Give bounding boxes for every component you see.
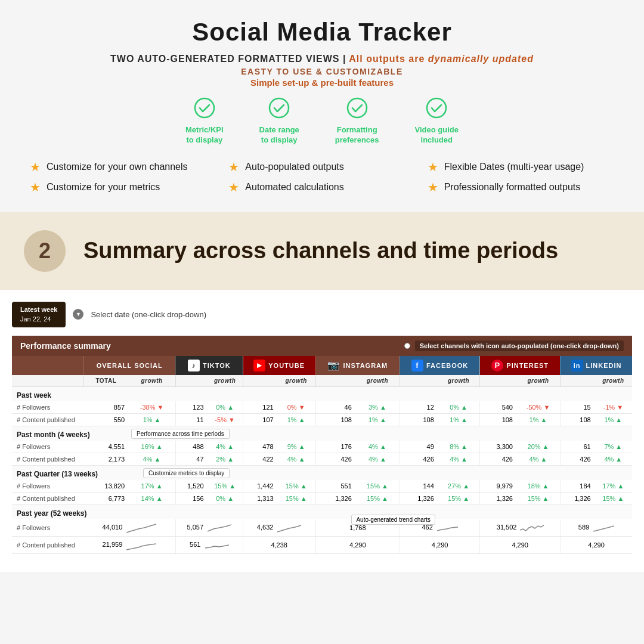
sparkline-tiktok-c — [205, 539, 229, 551]
star-icon-1: ★ — [30, 160, 41, 174]
q-li-growth: 17% ▲ — [595, 480, 632, 493]
check-item-formatting: Formattingpreferences — [335, 97, 379, 145]
channel-select-label: Select channels with icon auto-populated… — [415, 340, 624, 351]
th-sub-li-growth: growth — [595, 375, 632, 387]
star-icon-6: ★ — [428, 180, 438, 194]
sparkline-overall-f — [126, 522, 156, 534]
y-pin-c: 4,290 — [480, 536, 561, 553]
q-pin-growth: 18% ▲ — [516, 480, 561, 493]
feature-label-2: Auto-populated outputs — [245, 162, 343, 172]
tiktok-total-c: 11 — [175, 413, 207, 426]
y-yt-c: 4,238 — [243, 536, 315, 553]
metric-label-mc: # Content published — [12, 453, 83, 465]
th-sub-ig-growth: growth — [355, 375, 400, 387]
section-label-year: Past year (52 weeks) — [12, 504, 632, 519]
th-sub-yt-growth: growth — [277, 375, 315, 387]
pin-growth: -50% ▼ — [516, 401, 561, 414]
th-sub-pin-growth: growth — [516, 375, 561, 387]
m-li-growth-c: 4% ▲ — [595, 453, 632, 465]
m-yt-growth: 9% ▲ — [277, 441, 315, 453]
check-label-video: Video guideincluded — [415, 125, 459, 145]
tiktok-growth-c: -5% ▼ — [208, 413, 243, 426]
row-year-content: # Content published 21,959 561 4,238 4,2… — [12, 536, 632, 553]
check-item-video: Video guideincluded — [415, 97, 459, 145]
annotation-trend-charts: Auto-generated trend charts — [351, 515, 435, 525]
th-sub-tiktok-growth: growth — [208, 375, 243, 387]
th-sub-growth-1: growth — [128, 375, 175, 387]
th-instagram: 📷 INSTAGRAM — [315, 356, 400, 375]
youtube-icon: ▶ — [253, 360, 265, 371]
q-ig-total-c: 1,326 — [315, 492, 355, 504]
sparkline-overall-c — [126, 539, 156, 551]
check-icon-video — [426, 97, 447, 123]
q-yt-total: 1,442 — [243, 480, 277, 493]
th-pinterest: P PINTEREST — [480, 356, 561, 375]
y-fb-c: 4,290 — [400, 536, 479, 553]
q-fb-total-c: 1,326 — [400, 492, 437, 504]
feature-item-6: ★ Professionally formatted outputs — [428, 180, 614, 194]
svg-point-1 — [270, 98, 289, 117]
feature-label-3: Flexible Dates (multi-year usage) — [444, 162, 584, 172]
svg-point-3 — [427, 98, 446, 117]
q-overall-growth-c: 14% ▲ — [128, 492, 175, 504]
sparkline-yt-f — [277, 522, 301, 534]
subtitle-highlight: All outputs are — [349, 54, 428, 64]
annotation-customize-metrics: Customize metrics to display — [143, 468, 230, 478]
th-sub-fb-total — [400, 375, 437, 387]
overall-total-c: 550 — [83, 413, 128, 426]
perf-header: Performance summary Select channels with… — [12, 336, 632, 356]
check-icon-date — [268, 97, 290, 123]
metric-label-mf: # Followers — [12, 441, 83, 453]
ig-growth-c: 1% ▲ — [355, 413, 400, 426]
m-pin-growth: 20% ▲ — [516, 441, 561, 453]
svg-point-0 — [195, 98, 214, 117]
y-overall-c: 21,959 — [83, 536, 175, 553]
tiktok-icon: ♪ — [188, 360, 200, 371]
m-pin-total-c: 426 — [480, 453, 516, 465]
sub-label: EASTY TO USE & CUSTOMIZABLE — [24, 67, 620, 76]
m-li-total: 61 — [561, 441, 595, 453]
th-sub-ig-total — [315, 375, 355, 387]
m-tiktok-total-c: 47 — [175, 453, 207, 465]
table-section: Latest week Jan 22, 24 ▼ Select date (on… — [0, 290, 644, 572]
m-overall-total: 4,551 — [83, 441, 128, 453]
q-yt-total-c: 1,313 — [243, 492, 277, 504]
m-tiktok-growth: 4% ▲ — [208, 441, 243, 453]
sparkline-tiktok-f — [208, 522, 231, 534]
check-icons-row: Metric/KPIto display Date rangeto displa… — [24, 97, 620, 145]
q-overall-growth: 17% ▲ — [128, 480, 175, 493]
date-dropdown-arrow[interactable]: ▼ — [73, 309, 83, 320]
y-li: 589 — [561, 519, 632, 537]
fb-total-c: 108 — [400, 413, 437, 426]
date-select-label: Select date (one-click drop-down) — [91, 310, 206, 319]
check-label-metric: Metric/KPIto display — [185, 125, 224, 145]
date-box[interactable]: Latest week Jan 22, 24 — [12, 302, 66, 327]
overall-growth-c: 1% ▲ — [128, 413, 175, 426]
feature-item-4: ★ Customize for your metrics — [30, 180, 216, 194]
y-tiktok-c: 561 — [175, 536, 243, 553]
summary-number: 2 — [39, 239, 51, 264]
metric-label-qc: # Content published — [12, 492, 83, 504]
performance-table: OVERALL SOCIAL ♪ TIKTOK ▶ YOUTUBE 📷 — [12, 356, 632, 554]
table-subheader-row: TOTAL growth growth growth growth growth… — [12, 375, 632, 387]
q-ig-growth: 15% ▲ — [355, 480, 400, 493]
th-sub-li-total — [561, 375, 595, 387]
channel-select-dot — [404, 343, 410, 349]
sparkline-pin-f — [520, 522, 544, 534]
m-fb-total-c: 426 — [400, 453, 437, 465]
m-yt-growth-c: 4% ▲ — [277, 453, 315, 465]
q-yt-growth: 15% ▲ — [277, 480, 315, 493]
q-li-total: 184 — [561, 480, 595, 493]
star-icon-2: ★ — [228, 160, 239, 174]
overall-total: 857 — [83, 401, 128, 414]
m-ig-total: 176 — [315, 441, 355, 453]
overall-growth: -38% ▼ — [128, 401, 175, 414]
row-month-followers: # Followers 4,551 16% ▲ 488 4% ▲ 478 9% … — [12, 441, 632, 453]
number-badge: 2 — [24, 230, 66, 272]
m-li-total-c: 426 — [561, 453, 595, 465]
th-youtube: ▶ YOUTUBE — [243, 356, 315, 375]
m-overall-growth: 16% ▲ — [128, 441, 175, 453]
linkedin-icon: in — [571, 360, 583, 371]
q-yt-growth-c: 15% ▲ — [277, 492, 315, 504]
metric-label-content: # Content published — [12, 413, 83, 426]
